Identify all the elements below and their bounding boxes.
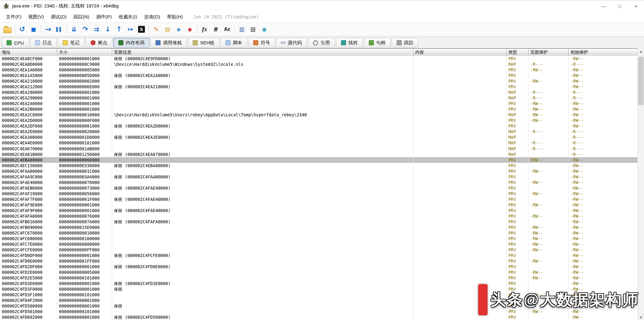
erase-button[interactable]: ◆: [184, 24, 196, 35]
column-header-initial-protection[interactable]: 初始保护: [569, 49, 638, 56]
column-header-size[interactable]: 大小: [57, 49, 112, 56]
hash-button[interactable]: #: [210, 24, 221, 35]
step-over-button[interactable]: ↷: [80, 24, 91, 35]
table-row[interactable]: 000002C4FAE400000000000000076000PRV-RW--…: [0, 180, 638, 185]
table-row[interactable]: 000002C4FD3E60000000000000001000保留 (0000…: [0, 281, 638, 286]
stop-button[interactable]: ■: [28, 24, 39, 35]
table-row[interactable]: 000002C4FAEB60000000000000073000保留 (0000…: [0, 185, 638, 191]
calculator-button[interactable]: ⊞: [247, 24, 259, 35]
animate-button[interactable]: ⇉: [91, 24, 102, 35]
run-button[interactable]: →: [42, 24, 54, 35]
menu-item-favourites[interactable]: 收藏夹(I): [115, 12, 141, 22]
column-header-page-protection[interactable]: 页面保护: [528, 49, 569, 56]
column-header-address[interactable]: 地址: [0, 49, 57, 56]
table-row[interactable]: 000002C4EBA80000000000000006D000PRVERW--…: [0, 157, 638, 163]
open-file-button[interactable]: [2, 24, 13, 35]
tab-log[interactable]: 日志: [30, 38, 57, 48]
table-row[interactable]: 000002C4EA2B00000000000000001000PRV-RW--…: [0, 106, 638, 112]
pause-button[interactable]: ▌▌: [54, 24, 65, 35]
table-row[interactable]: 000002C4EA30800000000000001D8000保留 (0000…: [0, 134, 638, 140]
comment-button[interactable]: ▤: [162, 24, 173, 35]
table-row[interactable]: 000002C4FC6700000000000000010000PRV-RW--…: [0, 230, 638, 236]
table-row[interactable]: 000002C4FB016000000000000007A000保留 (0000…: [0, 219, 638, 225]
table-row[interactable]: 000002C4EA2800000000000000001000MAP-R---…: [0, 90, 638, 95]
restart-button[interactable]: ↺: [17, 24, 28, 35]
menu-item-plugins[interactable]: 插件(P): [93, 12, 115, 22]
tab-script[interactable]: 脚本: [220, 38, 247, 48]
menu-item-options[interactable]: 选项(O): [141, 12, 164, 22]
az-button[interactable]: Az: [221, 24, 233, 35]
table-row[interactable]: 000002C4FAF9E0000000000000001000PRV-RW--…: [0, 202, 638, 208]
table-row[interactable]: 000002C4FAF9F0000000000000001000保留 (0000…: [0, 208, 638, 213]
table-row[interactable]: 000002C4FD4F20000000000000001000PRV-RW--: [0, 298, 638, 303]
table-row[interactable]: 000002C4EC150000000000000E930000保留 (0000…: [0, 163, 638, 168]
table-row[interactable]: 000002C4FD0E000000000000001FF000PRV-RW--…: [0, 258, 638, 264]
table-row[interactable]: 000002C4FD0DF0000000000000001000保留 (0000…: [0, 253, 638, 258]
menu-item-file[interactable]: 文件(F): [2, 12, 25, 22]
tab-call-stack[interactable]: 调用堆栈: [151, 38, 187, 48]
tab-handles[interactable]: 句柄: [364, 38, 391, 48]
tab-symbols[interactable]: 符号: [248, 38, 275, 48]
fx-button[interactable]: fx: [199, 24, 210, 35]
table-row[interactable]: 000002C4FCFE000000000000000FF000PRV-RW--…: [0, 247, 638, 253]
scroll-thumb[interactable]: [638, 57, 644, 105]
table-row[interactable]: 000002C4FD5010000000000000101000PRV-RW--…: [0, 309, 638, 314]
table-row[interactable]: 000002C4EA2C00000000000000010000\Device\…: [0, 112, 638, 118]
table-row[interactable]: 000002C4FD2E50000000000000101000PRV-RW--…: [0, 275, 638, 281]
column-header-type[interactable]: 类型: [507, 49, 528, 56]
table-row[interactable]: 000002C4FB09000000000000015E0000PRV-RW--…: [0, 225, 638, 230]
table-row[interactable]: 000002C4FAFA00000000000000076000PRV-RW--…: [0, 213, 638, 219]
table-row[interactable]: 000002C4FD3F10000000000000101000PRV-RW--…: [0, 292, 638, 298]
table-row[interactable]: 000002C4EA81B0000000000001256000保留 (0000…: [0, 152, 638, 157]
table-row[interactable]: 000002C4EA212000000000000006E000保留 (0000…: [0, 84, 638, 90]
table-row[interactable]: 000002C4FAA9C00000000000003A4000保留 (0000…: [0, 174, 638, 180]
table-row[interactable]: 000002C4FD5000000000000000001000保留PRV-RW…: [0, 303, 638, 309]
table-row[interactable]: 000002C4FD2DF0000000000000001000保留 (0000…: [0, 264, 638, 269]
scroll-down-button[interactable]: ▼: [638, 314, 644, 320]
graph-button[interactable]: ▥: [236, 24, 247, 35]
step-down-button[interactable]: ↓: [102, 24, 113, 35]
menu-item-trace[interactable]: 跟踪(N): [70, 12, 93, 22]
table-row[interactable]: 000002C4EA2E00000000000000028000MAP-R---…: [0, 129, 638, 134]
run-until-return-button[interactable]: ↑: [113, 24, 125, 35]
maximize-button[interactable]: □: [612, 0, 628, 12]
table-row[interactable]: 000002C4EA2A00000000000000001000PRV-RW--…: [0, 101, 638, 106]
menu-item-help[interactable]: 帮助(H): [164, 12, 186, 22]
globe-button[interactable]: ◉: [259, 24, 270, 35]
table-row[interactable]: 000002C4FD3F00000000000000001000保留PRV-RW…: [0, 286, 638, 292]
table-row[interactable]: 000002C4FAF290000000000000056000PRV-RW--…: [0, 191, 638, 196]
tab-breakpoints[interactable]: 断点: [86, 38, 112, 48]
tab-seh[interactable]: SEH链: [188, 38, 220, 48]
vertical-scrollbar[interactable]: ▲ ▼: [637, 48, 644, 320]
menu-item-debug[interactable]: 调试(D): [47, 12, 70, 22]
tab-cpu[interactable]: CPU: [2, 38, 29, 48]
menu-item-view[interactable]: 视图(V): [25, 12, 47, 22]
bookmark-button[interactable]: ◈: [173, 24, 184, 35]
table-row[interactable]: 000002C4FC6800000000000000160000PRV-RW--…: [0, 236, 638, 241]
minimize-button[interactable]: —: [595, 0, 612, 12]
run-to-user-code-button[interactable]: ↣: [125, 24, 136, 35]
column-header-content[interactable]: 内容: [414, 49, 507, 56]
titlebar[interactable]: java.exe - PID: 2340 - 线程: 主线程 19724 - x…: [0, 0, 644, 12]
table-row[interactable]: 000002C4EA0CF0000000000000001000保留 (0000…: [0, 56, 638, 61]
tab-source[interactable]: <>源代码: [276, 38, 307, 48]
close-button[interactable]: ×: [628, 0, 644, 12]
scroll-up-button[interactable]: ▲: [638, 48, 644, 55]
table-row[interactable]: 000002C4EA67000000000000001AB000MAP-R---…: [0, 146, 638, 152]
table-row[interactable]: 000002C4FD2E00000000000000005000PRV-RW--…: [0, 269, 638, 275]
patch-button[interactable]: ✎: [151, 24, 162, 35]
table-row[interactable]: 000002C4FAF7F000000000000001F000保留 (0000…: [0, 196, 638, 202]
tab-trace[interactable]: 跟踪: [392, 38, 419, 48]
seh-button[interactable]: S: [136, 24, 147, 35]
table-row[interactable]: 000002C4EA2900000000000000001000MAP-R---…: [0, 95, 638, 101]
tab-threads[interactable]: 线程: [336, 38, 363, 48]
table-row[interactable]: 000002C4EA2D0000000000000000F000PRV-RW--…: [0, 118, 638, 123]
table-row[interactable]: 000002C4EA1A5000000000000005D000保留 (0000…: [0, 73, 638, 78]
table-row[interactable]: 000002C4FC7E00000000000000800000PRV-RW--…: [0, 241, 638, 247]
tab-references[interactable]: 引用: [308, 38, 335, 48]
table-row[interactable]: 000002C4EA1A00000000000000005000PRV-RW--…: [0, 67, 638, 73]
table-row[interactable]: 000002C4FD6020000000000000001000保留 (0000…: [0, 314, 638, 320]
table-row[interactable]: 000002C4FAA80000000000000001C000PRV-RW--…: [0, 168, 638, 174]
column-header-page-info[interactable]: 页面信息: [112, 49, 414, 56]
table-row[interactable]: 000002C4EA4E00000000000000181000MAP-R---…: [0, 140, 638, 146]
